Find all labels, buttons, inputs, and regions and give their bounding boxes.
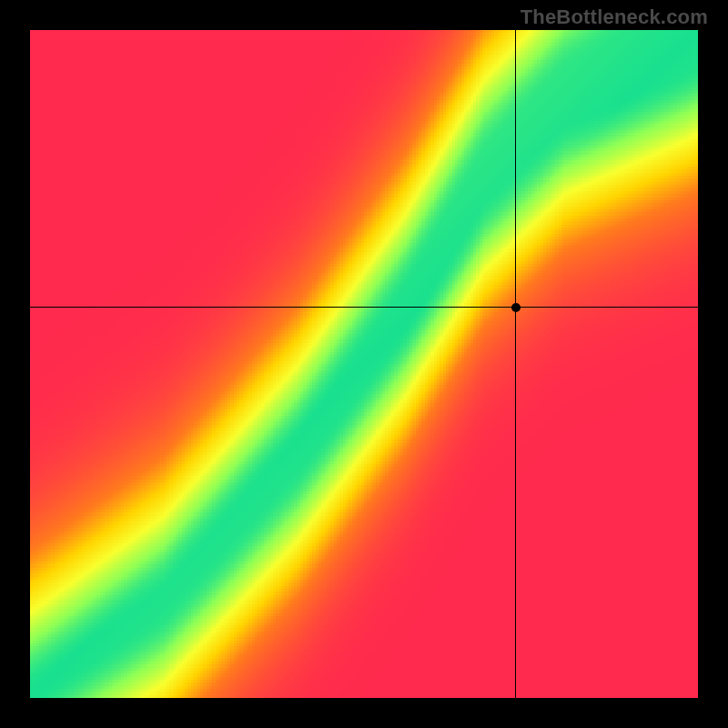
- heatmap-canvas: [30, 30, 698, 698]
- chart-container: TheBottleneck.com: [0, 0, 728, 728]
- marker-dot: [511, 303, 521, 312]
- crosshair-vertical: [515, 30, 516, 698]
- crosshair-horizontal: [30, 307, 698, 308]
- watermark-text: TheBottleneck.com: [521, 5, 708, 29]
- heatmap-plot: [30, 30, 698, 698]
